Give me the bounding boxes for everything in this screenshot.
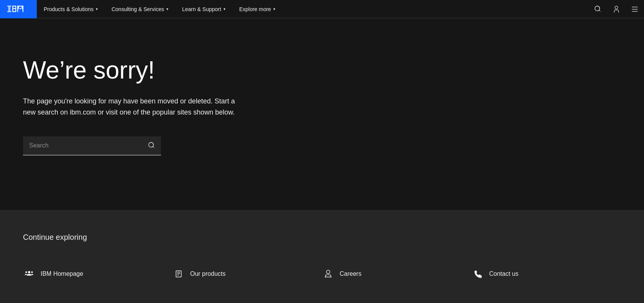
search-bar [23,136,161,156]
svg-rect-0 [7,6,11,7]
svg-rect-3 [8,10,10,11]
nav-left: Products & Solutions ▾ Consulting & Serv… [0,0,282,18]
svg-rect-16 [22,7,23,9]
explore-our-products[interactable]: Our products [172,260,322,288]
svg-point-19 [31,271,33,273]
ibm-logo[interactable] [0,0,37,18]
svg-rect-7 [13,8,15,9]
explore-ibm-homepage[interactable]: IBM Homepage [23,260,172,288]
main-nav: Products & Solutions ▾ Consulting & Serv… [0,0,644,18]
svg-point-18 [25,271,27,273]
svg-rect-13 [17,6,23,7]
svg-point-17 [28,271,30,274]
nav-search-button[interactable] [589,0,607,18]
user-icon [613,5,620,13]
main-content: We’re sorry! The page you're looking for… [0,0,644,303]
hamburger-icon [631,5,639,13]
svg-rect-11 [17,6,18,12]
explore-careers[interactable]: Careers [322,260,472,288]
explore-grid: IBM Homepage Our products Careers [23,260,621,288]
phone-icon [472,268,484,280]
hero-section: We’re sorry! The page you're looking for… [0,18,644,210]
error-description: The page you're looking for may have bee… [23,96,245,118]
explore-careers-label: Careers [340,270,361,277]
nav-consulting-services[interactable]: Consulting & Services ▾ [105,0,175,18]
nav-menu-button[interactable] [626,0,644,18]
svg-rect-6 [13,6,15,7]
chevron-down-icon: ▾ [223,7,225,11]
careers-icon [322,268,334,280]
nav-consulting-services-label: Consulting & Services [112,6,164,12]
explore-ibm-homepage-label: IBM Homepage [41,270,83,277]
explore-our-products-label: Our products [190,270,225,277]
nav-learn-support[interactable]: Learn & Support ▾ [175,0,232,18]
nav-links: Products & Solutions ▾ Consulting & Serv… [37,0,282,18]
svg-rect-15 [18,7,19,9]
error-heading: We’re sorry! [23,57,621,84]
nav-learn-support-label: Learn & Support [182,6,221,12]
nav-products-solutions[interactable]: Products & Solutions ▾ [37,0,105,18]
search-submit-button[interactable] [143,136,161,155]
nav-explore-more[interactable]: Explore more ▾ [232,0,282,18]
explore-section: Continue exploring IBM Homepage [0,210,644,303]
svg-rect-14 [20,8,21,9]
svg-rect-2 [8,8,10,9]
search-icon [594,5,602,13]
chevron-down-icon: ▾ [166,7,168,11]
search-icon [148,142,156,149]
svg-rect-12 [23,6,23,12]
explore-heading: Continue exploring [23,233,621,242]
nav-user-button[interactable] [607,0,626,18]
nav-right [589,0,644,18]
explore-contact-us[interactable]: Contact us [472,260,621,288]
chevron-down-icon: ▾ [96,7,98,11]
svg-rect-4 [7,11,11,12]
svg-rect-5 [12,6,13,12]
svg-rect-8 [13,11,15,12]
chevron-down-icon: ▾ [273,7,275,11]
svg-rect-10 [15,8,16,12]
nav-products-solutions-label: Products & Solutions [44,6,94,12]
nav-explore-more-label: Explore more [239,6,271,12]
homepage-icon [23,268,35,280]
explore-contact-us-label: Contact us [489,270,518,277]
svg-rect-9 [15,6,16,8]
search-input[interactable] [23,137,143,154]
products-icon [172,268,185,280]
svg-rect-1 [8,7,10,8]
